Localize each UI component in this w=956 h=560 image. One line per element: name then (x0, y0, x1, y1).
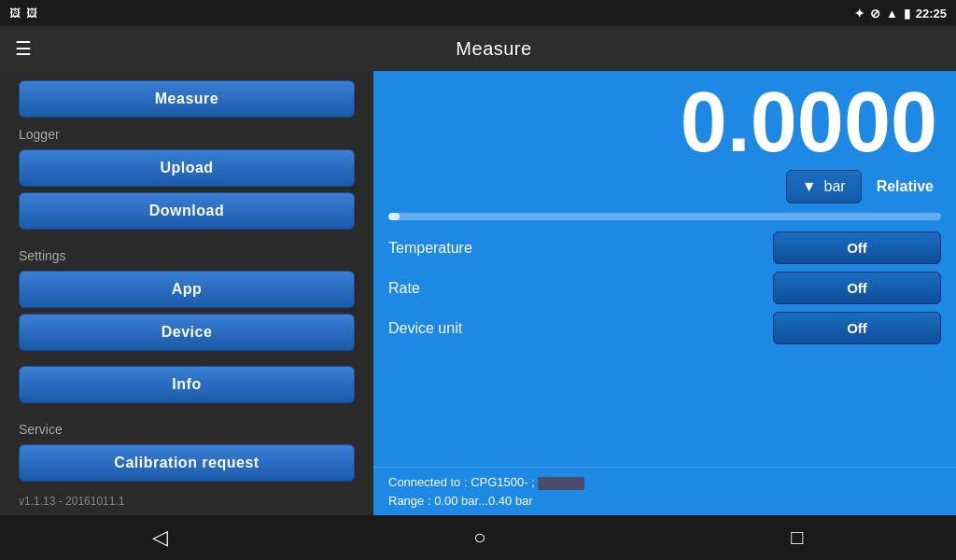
battery-icon: ▮ (904, 7, 910, 21)
app-title: Measure (47, 38, 941, 60)
menu-icon[interactable]: ☰ (15, 37, 32, 60)
info-button[interactable]: Info (19, 366, 355, 403)
progress-area (373, 209, 956, 224)
chevron-down-icon: ▼ (802, 178, 817, 195)
app-button[interactable]: App (19, 271, 355, 308)
left-panel: Measure Logger Upload Download Settings … (0, 71, 373, 515)
right-panel: 0.0000 ▼ bar Relative Temperature Off Ra… (373, 71, 956, 515)
calibration-button[interactable]: Calibration request (19, 444, 355, 482)
device-unit-row: Device unit Off (388, 312, 941, 344)
main-content: Measure Logger Upload Download Settings … (0, 71, 956, 515)
recent-apps-icon[interactable]: □ (791, 525, 803, 550)
connection-line1: Connected to : CPG1500- ; (388, 473, 941, 492)
unit-dropdown[interactable]: ▼ bar (786, 170, 862, 203)
notification-icon: 🖼 (9, 7, 21, 20)
bottom-nav: ◁ ○ □ (0, 515, 956, 560)
version-text: v1.1.13 - 20161011.1 (19, 487, 355, 508)
temperature-row: Temperature Off (388, 231, 941, 264)
bluetooth-icon: ✦ (854, 7, 865, 21)
status-bar-left: 🖼 🖼 (9, 7, 37, 20)
temperature-label: Temperature (388, 240, 472, 257)
connection-line2: Range : 0.00 bar...0.40 bar (388, 492, 941, 511)
unit-label: bar (824, 178, 846, 195)
upload-button[interactable]: Upload (19, 149, 355, 187)
settings-label: Settings (19, 245, 355, 265)
connection-bar: Connected to : CPG1500- ; Range : 0.00 b… (373, 467, 956, 515)
device-unit-label: Device unit (388, 320, 462, 337)
blocked-icon: ⊘ (870, 7, 880, 21)
big-value: 0.0000 (373, 71, 956, 164)
progress-track (388, 213, 941, 220)
download-button[interactable]: Download (19, 192, 355, 230)
wifi-icon: ▲ (886, 7, 898, 21)
time-display: 22:25 (916, 7, 947, 21)
relative-button[interactable]: Relative (869, 171, 941, 203)
logger-label: Logger (19, 123, 355, 144)
home-icon[interactable]: ○ (473, 525, 485, 550)
measure-button[interactable]: Measure (19, 80, 355, 118)
device-unit-toggle[interactable]: Off (773, 312, 941, 344)
progress-fill (388, 213, 400, 220)
notification-icon2: 🖼 (26, 7, 37, 20)
status-bar: 🖼 🖼 ✦ ⊘ ▲ ▮ 22:25 (0, 0, 956, 26)
status-bar-right: ✦ ⊘ ▲ ▮ 22:25 (854, 7, 947, 21)
rate-row: Rate Off (388, 272, 941, 304)
rate-label: Rate (388, 280, 420, 297)
blurred-device-id (538, 477, 584, 490)
data-rows: Temperature Off Rate Off Device unit Off (373, 224, 956, 467)
service-label: Service (19, 418, 355, 439)
app-bar: ☰ Measure (0, 26, 956, 71)
rate-toggle[interactable]: Off (773, 272, 941, 304)
device-button[interactable]: Device (19, 314, 355, 351)
temperature-toggle[interactable]: Off (773, 231, 941, 264)
back-icon[interactable]: ◁ (152, 525, 168, 550)
unit-row: ▼ bar Relative (373, 164, 956, 209)
